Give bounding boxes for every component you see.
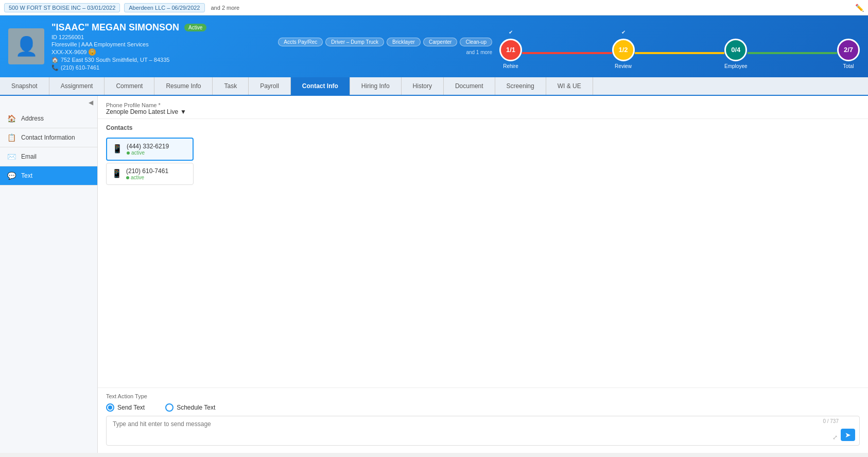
char-count: 0 / 737 [823,418,839,424]
main-content: ◀ 🏠 Address 📋 Contact Information ✉️ Ema… [0,96,868,453]
progress-review: ✔ 1/2 Review [612,29,635,69]
send-button[interactable]: ➤ [841,429,855,441]
skills-tags: Accts Pay/Rec Driver – Dump Truck Brickl… [278,38,492,46]
email-label: Email [21,153,37,160]
user-icon: 👤 [15,36,38,57]
content-area: Phone Profile Name * Zenople Demo Latest… [98,96,868,453]
schedule-text-option[interactable]: Schedule Text [165,403,215,412]
tab-document[interactable]: Document [444,77,495,95]
tab-hiring-info[interactable]: Hiring Info [350,77,402,95]
send-icon: ➤ [845,431,851,439]
contact-number-1: (444) 332-6219 [127,143,169,150]
profile-company: Floresville | AAA Employment Services [51,41,271,47]
send-text-option[interactable]: Send Text [106,403,145,412]
tab-history[interactable]: History [402,77,444,95]
sidebar-item-email[interactable]: ✉️ Email [0,147,97,166]
sidebar-item-contact-information[interactable]: 📋 Contact Information [0,128,97,147]
tab-payroll[interactable]: Payroll [249,77,291,95]
phone-icon-1: 📱 [112,144,123,154]
review-circle: 1/2 [612,39,635,61]
line-review-employee [635,52,725,54]
tab-task[interactable]: Task [213,77,249,95]
rehire-circle: 1/1 [499,39,522,61]
contacts-label: Contacts [106,124,194,131]
skills-more: and 1 more [466,49,492,55]
email-icon: ✉️ [7,153,16,161]
contacts-list: Contacts 📱 (444) 332-6219 active 📱 [106,124,194,185]
profile-phone: 📞 (210) 610-7461 [51,64,271,71]
send-text-radio[interactable] [106,403,114,412]
review-check: ✔ [621,29,626,37]
contact-info-icon: 📋 [7,133,16,142]
skill-tag-3: Bricklayer [387,38,421,46]
profile-info: "ISAAC" MEGAN SIMONSON Active ID 1225600… [51,22,271,71]
employee-label: Employee [724,63,747,69]
tab-resume-info[interactable]: Resume Info [154,77,213,95]
text-action-area: Text Action Type Send Text Schedule Text… [98,387,868,453]
line-rehire-review [522,52,612,54]
tag-aberdeen[interactable]: Aberdeen LLC – 06/29/2022 [124,3,204,12]
review-label: Review [615,63,632,69]
tab-snapshot[interactable]: Snapshot [0,77,49,95]
tab-comment[interactable]: Comment [105,77,154,95]
sidebar-item-address[interactable]: 🏠 Address [0,109,97,128]
tab-wi-ue[interactable]: WI & UE [546,77,593,95]
tab-assignment[interactable]: Assignment [49,77,105,95]
content-spacer [98,190,868,387]
message-input[interactable] [113,420,839,441]
expand-icon[interactable]: ⤢ [832,434,838,441]
contact-number-2: (210) 610-7461 [126,167,168,175]
skill-tag-4: Carpenter [423,38,457,46]
schedule-text-label: Schedule Text [177,404,215,411]
line-employee-total [748,52,838,54]
phone-profile-row: Phone Profile Name * Zenople Demo Latest… [98,96,868,119]
contact-status-2: active [126,175,168,180]
contact-info-label: Contact Information [21,134,75,141]
contact-card-1[interactable]: 📱 (444) 332-6219 active [106,138,194,161]
dropdown-arrow-icon: ▼ [180,108,186,115]
top-bar: 500 W FORT ST BOISE INC – 03/01/2022 Abe… [0,0,868,15]
profile-ssn: XXX-XX-9609 🔒 [51,48,271,56]
skill-tag-2: Driver – Dump Truck [325,38,384,46]
text-action-options: Send Text Schedule Text [106,403,860,412]
contact-card-2[interactable]: 📱 (210) 610-7461 active [106,163,194,185]
rehire-label: Rehire [503,63,518,69]
progress-track: ✔ 1/1 Rehire ✔ 1/2 Review ✔ 0/4 Employee [499,29,860,69]
contacts-section: Contacts 📱 (444) 332-6219 active 📱 [98,119,868,190]
left-sidebar: ◀ 🏠 Address 📋 Contact Information ✉️ Ema… [0,96,98,453]
avatar: 👤 [8,28,44,64]
total-circle: 2/7 [837,39,860,61]
profile-address: 🏠 752 East 530 South Smithfield, UT – 84… [51,57,271,63]
skill-tag-1: Accts Pay/Rec [278,38,323,46]
sidebar-toggle[interactable]: ◀ [0,96,97,109]
employee-check: ✔ [734,29,738,37]
lock-icon: 🔒 [89,48,96,56]
phone-icon-2: 📱 [112,168,122,178]
status-dot-2 [126,176,129,179]
progress-rehire: ✔ 1/1 Rehire [499,29,522,69]
total-spacer: ✔ [846,29,850,37]
tab-contact-info[interactable]: Contact Info [291,77,350,95]
profile-id: ID 12256001 [51,34,271,40]
text-action-label: Text Action Type [106,393,860,399]
profile-name: "ISAAC" MEGAN SIMONSON Active [51,22,271,33]
phone-profile-label: Phone Profile Name * [106,102,186,108]
sidebar-item-text[interactable]: 💬 Text [0,166,97,185]
schedule-text-radio[interactable] [165,403,173,412]
text-label: Text [21,172,32,179]
status-badge: Active [184,24,206,31]
more-tags[interactable]: and 2 more [211,5,240,11]
total-label: Total [843,63,854,69]
nav-tabs: Snapshot Assignment Comment Resume Info … [0,77,868,96]
tag-boise[interactable]: 500 W FORT ST BOISE INC – 03/01/2022 [4,3,120,12]
tab-screening[interactable]: Screening [495,77,546,95]
address-label: Address [21,115,44,122]
progress-employee: ✔ 0/4 Employee [724,29,747,69]
contact-status-1: active [127,150,169,156]
address-icon: 🏠 [7,114,16,123]
send-text-label: Send Text [117,404,145,411]
profile-header: 👤 "ISAAC" MEGAN SIMONSON Active ID 12256… [0,15,868,77]
phone-profile-select[interactable]: Zenople Demo Latest Live ▼ [106,108,186,115]
edit-icon[interactable]: ✏️ [855,4,864,12]
progress-total: ✔ 2/7 Total [837,29,860,69]
